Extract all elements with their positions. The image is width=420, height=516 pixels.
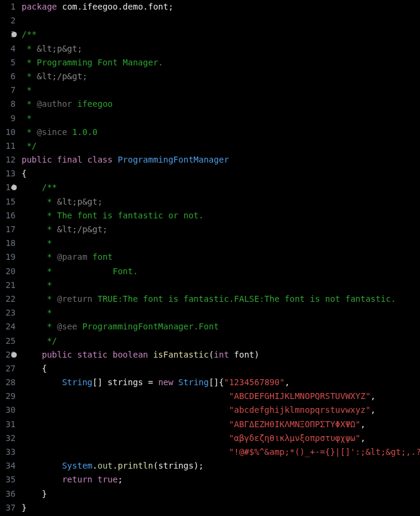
code-line[interactable]: } [22, 487, 420, 501]
code-line[interactable]: "abcdefghijklmnopqrstuvwxyz", [22, 403, 420, 417]
line-number: 16 [0, 209, 16, 223]
line-number: 7 [0, 83, 16, 97]
code-line[interactable]: System.out.println(strings); [22, 459, 420, 473]
code-area[interactable]: package com.ifeegoo.demo.font;/** * &lt;… [19, 0, 420, 516]
fold-marker-icon[interactable] [11, 185, 17, 190]
line-number: 28 [0, 376, 16, 389]
code-line[interactable]: * @author ifeegoo [22, 97, 420, 111]
code-line[interactable]: * [22, 278, 420, 292]
code-line[interactable]: * The font is fantastic or not. [22, 209, 420, 223]
line-number: 8 [0, 97, 16, 111]
line-number: 33 [0, 445, 16, 459]
line-number: 15 [0, 195, 16, 209]
code-line[interactable]: * @see ProgrammingFontManager.Font [22, 320, 420, 334]
code-line[interactable]: * Font. [22, 265, 420, 278]
fold-marker-icon[interactable] [11, 32, 17, 37]
code-line[interactable]: "!@#$%^&amp;*()_+-={}|[]':;&lt;&gt;,.?"}… [22, 445, 420, 459]
code-editor[interactable]: 1234567891011121314151617181920212223242… [0, 0, 420, 516]
code-line[interactable]: "αβγδεζηθικλμνξοπρστυφχψω", [22, 431, 420, 445]
line-number: 36 [0, 487, 16, 501]
code-line[interactable]: */ [22, 139, 420, 153]
code-line[interactable]: * [22, 236, 420, 250]
line-number: 12 [0, 153, 16, 167]
line-number: 37 [0, 501, 16, 515]
line-number: 13 [0, 167, 16, 181]
code-line[interactable]: */ [22, 334, 420, 348]
line-number: 23 [0, 306, 16, 320]
code-line[interactable]: * [22, 112, 420, 125]
code-line[interactable]: * &lt;p&gt; [22, 42, 420, 56]
line-number: 4 [0, 42, 16, 56]
line-number: 32 [0, 431, 16, 445]
code-line[interactable]: * @return TRUE:The font is fantastic.FAL… [22, 292, 420, 306]
code-line[interactable]: "ΑΒΓΔΕΖΗΘΙΚΛΜΝΞΟΠΡΣΤΥΦΧΨΩ", [22, 418, 420, 431]
line-number: 31 [0, 418, 16, 431]
line-number: 2 [0, 14, 16, 28]
code-line[interactable]: * &lt;p&gt; [22, 195, 420, 209]
line-number: 6 [0, 70, 16, 83]
code-line[interactable] [22, 14, 420, 28]
code-line[interactable]: return true; [22, 473, 420, 487]
line-number: 34 [0, 459, 16, 473]
line-number-gutter: 1234567891011121314151617181920212223242… [0, 0, 19, 516]
line-number: 21 [0, 278, 16, 292]
code-line[interactable]: * @param font [22, 250, 420, 264]
code-line[interactable]: String[] strings = new String[]{"1234567… [22, 376, 420, 389]
code-line[interactable]: public static boolean isFantastic(int fo… [22, 348, 420, 362]
line-number: 11 [0, 139, 16, 153]
line-number: 24 [0, 320, 16, 334]
code-line[interactable]: /** [22, 181, 420, 194]
code-line[interactable]: * @since 1.0.0 [22, 125, 420, 139]
line-number: 1 [0, 0, 16, 14]
line-number: 29 [0, 389, 16, 403]
line-number: 5 [0, 56, 16, 70]
code-line[interactable]: * [22, 83, 420, 97]
line-number: 25 [0, 334, 16, 348]
code-line[interactable]: "ABCDEFGHIJKLMNOPQRSTUVWXYZ", [22, 389, 420, 403]
line-number: 30 [0, 403, 16, 417]
line-number: 17 [0, 223, 16, 236]
line-number: 20 [0, 265, 16, 278]
line-number: 26 [0, 348, 16, 362]
code-line[interactable]: * &lt;/p&gt; [22, 223, 420, 236]
code-line[interactable]: package com.ifeegoo.demo.font; [22, 0, 420, 14]
line-number: 35 [0, 473, 16, 487]
code-line[interactable]: * &lt;/p&gt; [22, 70, 420, 83]
line-number: 14 [0, 181, 16, 194]
line-number: 22 [0, 292, 16, 306]
code-line[interactable]: { [22, 167, 420, 181]
code-line[interactable]: } [22, 501, 420, 515]
line-number: 19 [0, 250, 16, 264]
line-number: 3 [0, 28, 16, 41]
line-number: 27 [0, 362, 16, 376]
line-number: 18 [0, 236, 16, 250]
code-line[interactable]: /** [22, 28, 420, 41]
fold-marker-icon[interactable] [11, 352, 17, 358]
code-line[interactable]: * Programming Font Manager. [22, 56, 420, 70]
line-number: 10 [0, 125, 16, 139]
code-line[interactable]: * [22, 306, 420, 320]
code-line[interactable]: { [22, 362, 420, 376]
line-number: 9 [0, 112, 16, 125]
code-line[interactable]: public final class ProgrammingFontManage… [22, 153, 420, 167]
